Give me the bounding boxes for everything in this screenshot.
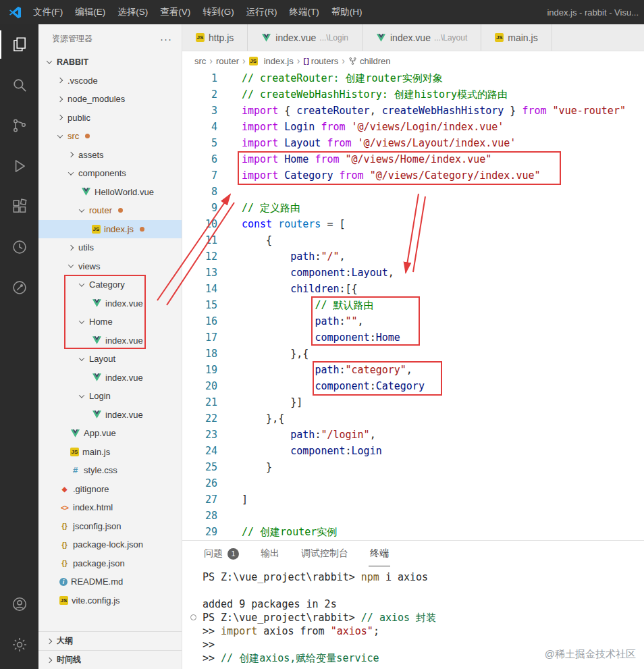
menu-item[interactable]: 文件(F) xyxy=(27,0,69,24)
tree-item[interactable]: views xyxy=(38,257,182,276)
code-editor[interactable]: 1// createRouter: 创建router实例对象2// create… xyxy=(182,70,644,540)
tree-item[interactable]: #style.css xyxy=(38,461,182,480)
code-token xyxy=(242,429,290,441)
tree-item[interactable]: index.vue xyxy=(38,369,182,387)
code-text: children:[{ xyxy=(242,281,358,297)
code-token: import xyxy=(242,137,278,149)
code-token: ] xyxy=(242,493,248,506)
explorer-icon[interactable] xyxy=(0,24,38,65)
line-number: 1 xyxy=(182,70,217,86)
editor-tab[interactable]: index.vue...\Layout xyxy=(363,24,481,51)
account-icon[interactable] xyxy=(0,584,38,624)
code-text: } xyxy=(242,459,272,475)
js-file-icon: JS xyxy=(70,448,79,456)
breadcrumb-item[interactable]: [ ]routers xyxy=(303,56,338,66)
tree-item[interactable]: HelloWorld.vue xyxy=(38,183,182,202)
editor-tab[interactable]: JShttp.js xyxy=(182,24,248,51)
menu-item[interactable]: 运行(R) xyxy=(240,0,284,24)
more-actions-button[interactable]: ··· xyxy=(160,33,172,45)
tree-item[interactable]: node_modules xyxy=(38,90,182,109)
breadcrumb-item[interactable]: src xyxy=(194,56,206,66)
code-token: },{ xyxy=(242,412,284,425)
breadcrumb-item[interactable]: JSindex.js xyxy=(249,56,294,66)
code-token xyxy=(272,218,278,230)
tree-item[interactable]: index.vue xyxy=(38,406,182,425)
editor-tab[interactable]: index.vue...\Login xyxy=(248,24,363,51)
tree-item[interactable]: Category xyxy=(38,275,182,294)
code-text: import { createRouter, createWebHashHist… xyxy=(242,103,626,119)
chevron-down-icon xyxy=(79,318,84,323)
extensions-icon[interactable] xyxy=(0,186,38,227)
code-token: , xyxy=(388,267,394,279)
tree-item[interactable]: App.vue xyxy=(38,424,182,443)
tree-item[interactable]: {}package.json xyxy=(38,554,182,573)
tree-item[interactable]: <>index.html xyxy=(38,498,182,517)
project-root-row[interactable]: RABBIT xyxy=(38,53,182,72)
tree-item[interactable]: iREADME.md xyxy=(38,572,182,591)
panel-tab[interactable]: 终端 xyxy=(369,541,390,566)
tree-item[interactable]: Layout xyxy=(38,350,182,369)
code-token: : xyxy=(346,267,352,279)
tree-item[interactable]: Login xyxy=(38,387,182,406)
menu-item[interactable]: 转到(G) xyxy=(196,0,240,24)
settings-gear-icon[interactable] xyxy=(0,624,38,665)
vue-file-icon xyxy=(92,410,102,419)
menu-item[interactable]: 选择(S) xyxy=(111,0,154,24)
code-token: from xyxy=(321,121,345,133)
tree-item[interactable]: JSindex.js xyxy=(38,220,182,239)
code-token xyxy=(278,137,284,149)
menu-item[interactable]: 查看(V) xyxy=(154,0,196,24)
tree-item[interactable]: JSmain.js xyxy=(38,443,182,462)
code-text: // 默认路由 xyxy=(242,297,373,313)
editor-tab[interactable]: JSmain.js xyxy=(481,24,552,51)
breadcrumb-separator: › xyxy=(342,55,345,66)
code-text: // 创建router实例 xyxy=(242,524,337,540)
tree-item[interactable]: components xyxy=(38,164,182,183)
run-debug-icon[interactable] xyxy=(0,146,38,186)
code-text: path:"category", xyxy=(242,362,412,378)
terminal-token: added 9 packages in 2s xyxy=(203,598,337,610)
panel-tab[interactable]: 调试控制台 xyxy=(300,541,350,566)
code-text: component:Home xyxy=(242,329,400,346)
title-bar: 文件(F)编辑(E)选择(S)查看(V)转到(G)运行(R)终端(T)帮助(H)… xyxy=(0,0,644,24)
tree-item[interactable]: public xyxy=(38,109,182,128)
tree-item[interactable]: Home xyxy=(38,313,182,331)
timeline-section[interactable]: 时间线 xyxy=(38,650,182,669)
tree-item-label: main.js xyxy=(82,447,110,457)
tree-item[interactable]: .vscode xyxy=(38,72,182,90)
vscode-logo-icon xyxy=(9,6,22,19)
code-line: 3import { createRouter, createWebHashHis… xyxy=(182,103,644,119)
tree-item[interactable]: {}package-lock.json xyxy=(38,535,182,554)
tree-item[interactable]: ◆.gitignore xyxy=(38,480,182,499)
outline-section[interactable]: 大纲 xyxy=(38,631,182,650)
breadcrumb-item[interactable]: router xyxy=(216,56,239,66)
tree-item[interactable]: assets xyxy=(38,146,182,165)
code-token: component xyxy=(290,445,345,457)
code-token xyxy=(278,169,284,182)
preview-icon[interactable] xyxy=(0,267,38,308)
tree-item[interactable]: {}jsconfig.json xyxy=(38,517,182,536)
source-control-icon[interactable] xyxy=(0,105,38,146)
tree-item[interactable]: router xyxy=(38,201,182,220)
code-token: path xyxy=(315,364,339,376)
search-icon[interactable] xyxy=(0,65,38,105)
tree-item-label: index.html xyxy=(73,502,113,512)
code-line: 16 path:"", xyxy=(182,313,644,329)
line-number: 4 xyxy=(182,119,217,135)
children-fork-icon xyxy=(348,57,357,65)
line-number: 5 xyxy=(182,135,217,151)
panel-tab[interactable]: 问题1 xyxy=(203,541,240,566)
tree-item[interactable]: index.vue xyxy=(38,331,182,350)
breadcrumb-item[interactable]: children xyxy=(348,56,391,66)
tree-item[interactable]: utils xyxy=(38,238,182,257)
history-icon[interactable] xyxy=(0,227,38,267)
md-file-icon: i xyxy=(59,578,68,586)
menu-item[interactable]: 编辑(E) xyxy=(69,0,111,24)
tree-item-label: views xyxy=(78,261,101,271)
panel-tab[interactable]: 输出 xyxy=(259,541,281,566)
tree-item[interactable]: src xyxy=(38,127,182,146)
tree-item[interactable]: index.vue xyxy=(38,294,182,313)
tree-item[interactable]: JSvite.config.js xyxy=(38,591,182,610)
menu-item[interactable]: 终端(T) xyxy=(284,0,325,24)
menu-item[interactable]: 帮助(H) xyxy=(325,0,369,24)
